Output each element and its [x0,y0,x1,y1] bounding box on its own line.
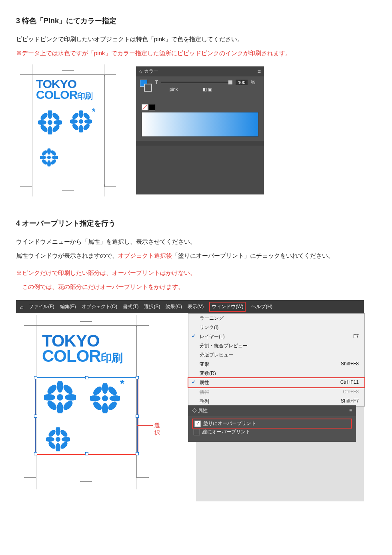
menu-item-shortcut: Shift+F8 [341,361,359,368]
tint-slider[interactable] [161,82,232,83]
home-icon[interactable]: ⌂ [20,304,23,310]
svg-point-16 [82,123,91,131]
menu-item-shortcut: Ctrl+F11 [340,379,359,386]
menu-item-shortcut: F7 [353,333,359,340]
svg-point-15 [71,123,80,131]
flower-icon[interactable] [46,427,70,451]
menu-type[interactable]: 書式(T) [123,303,138,310]
svg-point-47 [46,437,54,442]
panel-collapse-icon[interactable]: ◇ [192,408,197,413]
svg-point-7 [51,124,60,133]
svg-point-19 [47,160,51,166]
svg-point-0 [48,110,52,119]
svg-point-20 [40,156,46,159]
section4-p2: 属性ウインドウが表示されますので、オブジェクト選択後「塗りにオーバープリント」に… [16,250,376,261]
svg-point-4 [39,112,48,121]
stroke-swatch[interactable] [144,84,152,92]
panel-collapse-icon[interactable]: ◇ [139,69,142,74]
menu-item-label: 変形 [200,361,209,368]
none-swatch[interactable] [142,104,148,110]
svg-point-32 [62,383,74,395]
svg-point-1 [48,126,52,134]
svg-point-14 [82,112,91,120]
menu-item-label: 変数(R) [200,370,216,377]
svg-point-29 [44,394,55,401]
panel-menu-icon[interactable]: ≡ [349,407,352,414]
svg-point-41 [107,385,118,397]
section3-p1: ビビッドピンクで印刷したいオブジェクトは特色「pink」で色を指定してください。 [16,34,376,44]
logo-block: TOKYO COLOR印刷 [36,78,100,100]
overprint-stroke-row[interactable]: 線にオーバープリント [192,428,352,436]
black-swatch[interactable] [149,104,155,110]
menu-object[interactable]: オブジェクト(O) [82,303,117,310]
svg-point-11 [70,119,78,124]
menu-item[interactable]: 情報Ctrl+F8 [188,387,364,397]
menu-file[interactable]: ファイル(F) [29,303,54,310]
svg-point-35 [57,394,63,401]
checkbox-empty-icon[interactable] [194,429,200,435]
color-panel-title: カラー [144,68,158,74]
svg-point-9 [79,110,83,118]
svg-point-12 [84,119,92,124]
menu-view[interactable]: 表示(V) [188,303,204,310]
menu-item[interactable]: 変形Shift+F8 [188,360,364,369]
fill-stroke-indicator[interactable] [140,80,152,92]
menu-item[interactable]: 分版プレビュー [188,351,364,360]
svg-point-52 [59,441,68,450]
selection-label: 選択 [154,422,160,437]
overprint-fill-row[interactable]: ✓ 塗りにオーバープリント [192,419,352,429]
menu-select[interactable]: 選択(S) [144,303,160,310]
menu-item[interactable]: 分割・統合プレビュー [188,341,364,351]
checkbox-checked-icon[interactable]: ✓ [194,421,201,427]
menu-edit[interactable]: 編集(E) [60,303,76,310]
menu-item[interactable]: ✓レイヤー(L)F7 [188,332,364,341]
svg-point-51 [47,441,56,450]
menu-item-label: 分版プレビュー [200,352,233,359]
svg-point-25 [50,158,57,166]
menu-item[interactable]: リンク(I) [188,323,364,332]
svg-point-44 [102,395,108,401]
tint-ramp[interactable] [142,112,258,137]
flower-icon[interactable] [44,381,76,413]
overprint-stroke-label: 線にオーバープリント [202,429,250,435]
svg-point-49 [47,429,56,438]
svg-point-46 [56,443,60,451]
svg-point-37 [102,403,108,413]
svg-point-13 [71,112,80,120]
menu-window[interactable]: ウィンドウ(W) [209,302,246,312]
artboard-preview-1: TOKYO COLOR印刷 * [16,66,120,194]
svg-point-5 [51,112,60,121]
flower-icon [70,110,92,132]
menu-item-shortcut: Ctrl+F8 [343,389,359,396]
menu-effect[interactable]: 効果(C) [166,303,182,310]
menu-item[interactable]: 変数(R) [188,369,364,378]
svg-point-27 [57,381,63,393]
artboard-preview-2: TOKYO COLOR印刷 [24,317,152,489]
svg-point-17 [79,119,83,124]
flower-icon[interactable] [90,383,120,413]
tint-unit: % [251,80,255,85]
canvas-area: TOKYO COLOR印刷 [16,313,196,501]
svg-point-6 [39,124,48,133]
check-icon: ✓ [192,379,196,385]
asterisk-icon: * [92,106,96,117]
svg-point-3 [54,120,62,125]
overprint-fill-label: 塗りにオーバープリント [203,420,256,427]
menu-item-label: 属性 [200,379,209,386]
menu-help[interactable]: ヘルプ(H) [251,303,272,310]
menu-item[interactable]: 整列Shift+F7 [188,397,364,406]
menu-item[interactable]: ラーニング [188,314,364,323]
svg-point-28 [57,402,63,413]
svg-point-53 [56,437,60,442]
menu-item[interactable]: ✓属性Ctrl+F11 [188,377,365,388]
panel-menu-icon[interactable]: ≡ [258,68,261,75]
flower-icon [40,148,58,166]
tint-value[interactable]: 100 [236,80,248,85]
svg-point-23 [50,149,57,156]
svg-point-39 [110,395,120,401]
svg-point-50 [59,429,68,438]
menubar: ⌂ ファイル(F) 編集(E) オブジェクト(O) 書式(T) 選択(S) 効果… [16,300,364,313]
asterisk-icon[interactable]: * [120,377,124,390]
section3-p2: ※データ上では水色ですが「pink」でカラー指定した箇所にビビッドピンクのインク… [16,48,376,58]
swatch-row [140,104,260,110]
